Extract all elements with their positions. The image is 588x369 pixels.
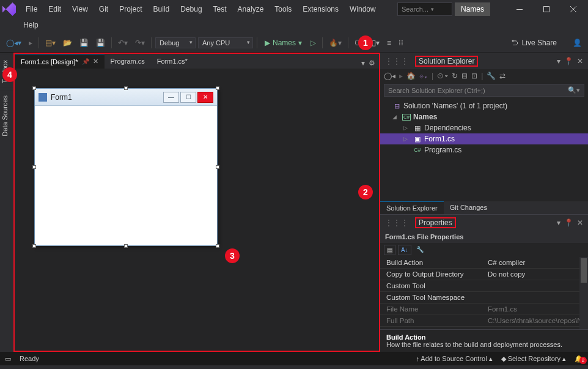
start-nodebug-button[interactable]: ▷ [308, 37, 318, 48]
resize-handle[interactable] [216, 165, 219, 169]
menu-test[interactable]: Test [208, 2, 232, 16]
search-box[interactable]: Search...▾ [397, 2, 452, 16]
resize-handle[interactable] [216, 244, 219, 248]
property-row[interactable]: File NameForm1.cs [380, 304, 588, 315]
back-icon[interactable]: ◯◂ [384, 72, 395, 80]
hot-reload-icon[interactable]: 🔥▾ [326, 37, 344, 48]
menu-help[interactable]: Help [18, 18, 43, 32]
project-node[interactable]: ◢C#Names [380, 111, 588, 122]
wrench-icon[interactable]: 🔧 [414, 245, 426, 255]
resize-handle[interactable] [124, 244, 128, 248]
categorized-icon[interactable]: ▤ [384, 245, 395, 255]
pin-icon[interactable]: 📍 [564, 218, 573, 227]
form1-node[interactable]: ▷▣Form1.cs [380, 133, 588, 144]
output-icon[interactable]: ▭ [5, 355, 11, 363]
grip-icon[interactable]: ⋮⋮⋮ [385, 218, 409, 227]
prop-value[interactable]: C# compiler [484, 257, 588, 268]
panel-dropdown-icon[interactable]: ▾ [557, 218, 560, 227]
resize-handle[interactable] [124, 86, 128, 90]
nav-back-button[interactable]: ◯◂▾ [4, 37, 24, 48]
preview-icon[interactable]: ⇄ [499, 72, 505, 80]
open-file-button[interactable]: 📂 [61, 37, 75, 48]
expander-icon[interactable]: ▷ [403, 136, 411, 142]
prop-value[interactable]: C:\Users\thrak\source\repos\N [484, 315, 588, 326]
tab-form1-design[interactable]: Form1.cs [Design]*📌✕ [15, 54, 105, 69]
alphabetical-icon[interactable]: A↓ [398, 245, 411, 255]
minimize-button[interactable] [507, 1, 532, 17]
winform-preview[interactable]: Form1 — ☐ ✕ [34, 88, 218, 246]
tab-settings-icon[interactable]: ⚙ [369, 59, 375, 67]
switch-views-icon[interactable]: ⟐▾ [419, 72, 428, 80]
tab-program[interactable]: Program.cs [105, 54, 151, 69]
resize-handle[interactable] [216, 86, 219, 90]
property-row[interactable]: Full PathC:\Users\thrak\source\repos\N [380, 315, 588, 327]
properties-grid[interactable]: Build ActionC# compilerCopy to Output Di… [380, 257, 588, 327]
solution-explorer-tab[interactable]: Solution Explorer [380, 201, 444, 214]
property-row[interactable]: Custom Tool Namespace [380, 292, 588, 304]
menu-build[interactable]: Build [149, 2, 175, 16]
save-button[interactable]: 💾 [77, 37, 91, 48]
pin-icon[interactable]: 📌 [82, 58, 89, 65]
close-panel-icon[interactable]: ✕ [577, 218, 583, 227]
select-repository[interactable]: ◆ Select Repository ▴ [501, 355, 566, 363]
menu-tools[interactable]: Tools [270, 2, 296, 16]
property-row[interactable]: Custom Tool [380, 280, 588, 292]
sync-icon[interactable]: ↻ [452, 72, 458, 80]
add-source-control[interactable]: ↑ Add to Source Control ▴ [416, 355, 492, 363]
prop-value[interactable]: Form1.cs [484, 304, 588, 315]
menu-edit[interactable]: Edit [43, 2, 66, 16]
fwd-icon[interactable]: ▸ [399, 72, 403, 80]
live-share-button[interactable]: ⮌Live Share [506, 37, 562, 48]
close-button[interactable] [561, 1, 586, 17]
property-row[interactable]: Copy to Output DirectoryDo not copy [380, 269, 588, 280]
menu-debug[interactable]: Debug [175, 2, 207, 16]
notifications-icon[interactable]: 🔔2 [575, 355, 583, 363]
panel-dropdown-icon[interactable]: ▾ [557, 57, 560, 65]
resize-handle[interactable] [32, 86, 36, 90]
menu-project[interactable]: Project [114, 2, 147, 16]
prop-value[interactable]: Do not copy [484, 269, 588, 280]
maximize-button[interactable] [534, 1, 559, 17]
menu-window[interactable]: Window [345, 2, 381, 16]
tab-form1[interactable]: Form1.cs* [151, 54, 194, 69]
data-sources-tab[interactable]: Data Sources [0, 91, 13, 141]
nav-fwd-button[interactable]: ▸ [26, 37, 35, 48]
dependencies-node[interactable]: ▷▦Dependencies [380, 122, 588, 133]
resize-handle[interactable] [32, 165, 36, 169]
start-debug-button[interactable]: ▶ Names ▾ [261, 37, 306, 48]
align-icon[interactable]: ≡ [384, 37, 394, 48]
config-dropdown[interactable]: Debug [155, 37, 196, 48]
show-all-icon[interactable]: ⊡ [471, 72, 477, 80]
property-row[interactable]: Build ActionC# compiler [380, 257, 588, 269]
pending-changes-icon[interactable]: ⏲▾ [437, 72, 448, 80]
new-project-button[interactable]: ▤▾ [43, 37, 58, 48]
scroll-thumb[interactable] [581, 258, 587, 283]
prop-value[interactable] [484, 292, 588, 303]
close-panel-icon[interactable]: ✕ [577, 57, 583, 65]
pin-icon[interactable]: 📍 [564, 57, 573, 65]
prop-value[interactable] [484, 280, 588, 291]
save-all-button[interactable]: 💾 [94, 37, 108, 48]
solution-search[interactable]: Search Solution Explorer (Ctrl+;) 🔍▾ [384, 84, 584, 97]
home-icon[interactable]: 🏠 [406, 72, 416, 80]
menu-extensions[interactable]: Extensions [298, 2, 344, 16]
scrollbar[interactable] [579, 257, 588, 329]
account-icon[interactable]: 👤 [570, 37, 584, 48]
designer-surface[interactable]: Form1 — ☐ ✕ [15, 69, 379, 351]
grip-icon[interactable]: ⋮⋮⋮ [385, 57, 409, 65]
menu-view[interactable]: View [67, 2, 93, 16]
expander-icon[interactable]: ▷ [403, 125, 411, 131]
resize-handle[interactable] [32, 244, 36, 248]
menu-file[interactable]: File [21, 2, 42, 16]
redo-button[interactable]: ↷▾ [133, 37, 147, 48]
tab-overflow-icon[interactable]: ▾ [361, 59, 365, 67]
tab-order-icon[interactable]: ⁞⁞ [396, 37, 406, 48]
expander-icon[interactable]: ◢ [392, 114, 400, 120]
git-changes-tab[interactable]: Git Changes [444, 201, 493, 214]
undo-button[interactable]: ↶▾ [116, 37, 130, 48]
solution-node[interactable]: ⊟Solution 'Names' (1 of 1 project) [380, 100, 588, 111]
menu-git[interactable]: Git [94, 2, 113, 16]
close-tab-icon[interactable]: ✕ [93, 58, 98, 65]
program-node[interactable]: C#Program.cs [380, 144, 588, 155]
properties-icon[interactable]: 🔧 [487, 72, 496, 80]
